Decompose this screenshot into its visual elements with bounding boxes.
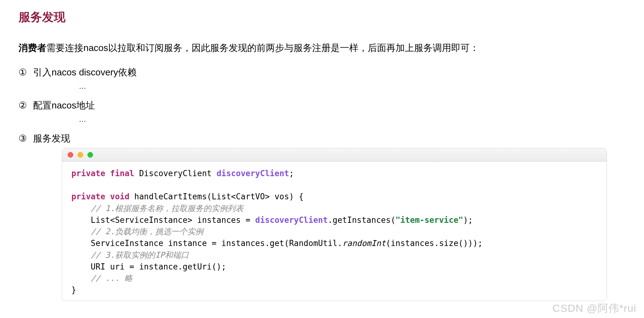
step-2: ② 配置nacos地址: [19, 99, 625, 112]
intro-bold: 消费者: [19, 43, 46, 53]
code-text: ServiceInstance instance = instances.get…: [71, 239, 342, 248]
code-text: List<ServiceInstance> instances =: [71, 215, 255, 225]
ellipsis-1: …: [19, 82, 625, 91]
code-comment: // ... 略: [91, 273, 133, 283]
code-text: );: [463, 215, 473, 225]
code-kw: private: [71, 169, 105, 178]
code-method: randomInt: [342, 239, 386, 248]
step-3-text: 服务发现: [33, 132, 70, 145]
ellipsis-2: …: [19, 115, 625, 124]
code-comment: // 3.获取实例的IP和端口: [91, 250, 189, 260]
page-title: 服务发现: [19, 9, 625, 25]
step-1: ① 引入nacos discovery依赖: [19, 66, 625, 79]
code-type: DiscoveryClient: [139, 169, 212, 178]
code-body: private final DiscoveryClient discoveryC…: [62, 162, 607, 301]
code-text: .getInstances(: [328, 215, 396, 225]
code-text: }: [71, 285, 76, 295]
code-text: URI uri = instance.getUri();: [71, 262, 226, 271]
step-3-num: ③: [19, 133, 27, 144]
step-3: ③ 服务发现: [19, 132, 625, 145]
code-text: (instances.size()));: [386, 239, 482, 248]
code-window: private final DiscoveryClient discoveryC…: [62, 148, 607, 301]
code-kw: void: [110, 192, 129, 201]
code-kw: private: [71, 192, 105, 201]
code-comment: // 1.根据服务名称，拉取服务的实例列表: [91, 204, 244, 213]
maximize-icon[interactable]: [87, 152, 93, 158]
minimize-icon[interactable]: [78, 152, 83, 158]
close-icon[interactable]: [68, 152, 73, 158]
window-header: [62, 148, 607, 162]
code-field: discoveryClient: [217, 169, 289, 178]
watermark: CSDN @阿伟*rui: [553, 301, 636, 316]
step-1-num: ①: [19, 67, 27, 78]
step-2-text: 配置nacos地址: [33, 99, 95, 112]
code-kw: final: [110, 169, 134, 178]
intro-rest: 需要连接nacos以拉取和订阅服务，因此服务发现的前两步与服务注册是一样，后面再…: [46, 43, 479, 53]
intro-paragraph: 消费者需要连接nacos以拉取和订阅服务，因此服务发现的前两步与服务注册是一样，…: [19, 40, 625, 55]
step-2-num: ②: [19, 100, 27, 111]
code-comment: // 2.负载均衡，挑选一个实例: [91, 227, 203, 236]
code-string: "item-service": [396, 215, 463, 225]
code-text: handleCartItems(List<CartVO> vos) {: [134, 192, 304, 201]
step-1-text: 引入nacos discovery依赖: [33, 66, 137, 79]
code-field: discoveryClient: [255, 215, 328, 225]
code-text: ;: [289, 169, 294, 178]
